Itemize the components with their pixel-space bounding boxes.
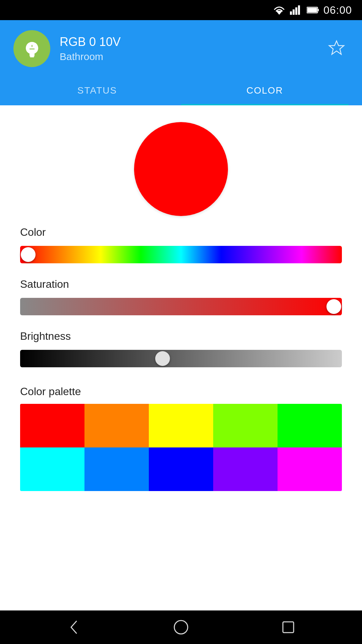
app-header: RGB 0 10V Bathroom STATUS COLOR xyxy=(0,20,362,105)
palette-cell[interactable] xyxy=(20,447,84,491)
home-icon xyxy=(172,619,190,636)
nav-bar xyxy=(0,610,362,644)
svg-rect-3 xyxy=(295,7,297,15)
hue-slider-track[interactable] xyxy=(20,246,342,263)
device-info: RGB 0 10V Bathroom xyxy=(60,35,121,62)
color-slider-label: Color xyxy=(20,226,342,238)
device-location: Bathroom xyxy=(60,51,121,62)
saturation-slider-label: Saturation xyxy=(20,278,342,290)
header-left: RGB 0 10V Bathroom xyxy=(13,30,121,67)
tab-status[interactable]: STATUS xyxy=(13,77,181,105)
brightness-slider-thumb[interactable] xyxy=(155,351,170,366)
back-icon xyxy=(65,619,82,636)
svg-rect-4 xyxy=(298,5,300,15)
palette-cell[interactable] xyxy=(278,404,342,447)
palette-cell[interactable] xyxy=(278,447,342,491)
svg-rect-15 xyxy=(283,622,294,633)
bulb-icon-circle xyxy=(13,30,50,67)
svg-rect-7 xyxy=(307,8,317,12)
palette-cell[interactable] xyxy=(213,447,278,491)
saturation-slider-track[interactable] xyxy=(20,298,342,315)
svg-marker-0 xyxy=(276,11,283,15)
palette-cell[interactable] xyxy=(20,404,84,447)
tabs: STATUS COLOR xyxy=(13,77,349,105)
color-palette-grid xyxy=(20,404,342,491)
svg-rect-10 xyxy=(30,56,34,57)
svg-rect-1 xyxy=(290,11,292,15)
star-icon xyxy=(328,40,345,57)
palette-cell[interactable] xyxy=(84,404,149,447)
saturation-slider-thumb[interactable] xyxy=(326,299,341,314)
status-time: 06:00 xyxy=(323,4,352,16)
palette-cell[interactable] xyxy=(149,447,213,491)
status-icons xyxy=(273,5,319,15)
bulb-icon xyxy=(21,38,43,60)
palette-cell[interactable] xyxy=(149,404,213,447)
palette-cell[interactable] xyxy=(213,404,278,447)
svg-rect-2 xyxy=(293,9,295,15)
color-preview-wrapper xyxy=(20,122,342,216)
palette-cell[interactable] xyxy=(84,447,149,491)
tab-color[interactable]: COLOR xyxy=(181,77,349,105)
color-slider-section: Color xyxy=(20,226,342,265)
color-slider-wrapper[interactable] xyxy=(20,245,342,265)
color-preview-circle xyxy=(134,122,228,216)
svg-rect-9 xyxy=(29,55,35,56)
signal-icon xyxy=(290,5,302,15)
palette-label: Color palette xyxy=(20,385,342,398)
back-button[interactable] xyxy=(60,614,87,641)
svg-rect-6 xyxy=(317,9,318,11)
wifi-icon xyxy=(273,5,285,15)
brightness-slider-label: Brightness xyxy=(20,330,342,342)
battery-icon xyxy=(307,5,319,15)
saturation-slider-section: Saturation xyxy=(20,278,342,317)
home-button[interactable] xyxy=(168,614,194,641)
main-content: Color Saturation Brightness Color palett… xyxy=(0,105,362,610)
brightness-slider-wrapper[interactable] xyxy=(20,348,342,369)
hue-slider-thumb[interactable] xyxy=(21,247,36,262)
status-bar: 06:00 xyxy=(0,0,362,20)
brightness-slider-section: Brightness xyxy=(20,330,342,369)
header-top: RGB 0 10V Bathroom xyxy=(13,30,349,67)
brightness-slider-track[interactable] xyxy=(20,350,342,367)
favorite-button[interactable] xyxy=(324,36,349,61)
recents-icon xyxy=(280,619,297,636)
device-name: RGB 0 10V xyxy=(60,35,121,49)
svg-point-14 xyxy=(174,621,188,634)
svg-marker-13 xyxy=(329,41,344,54)
recents-button[interactable] xyxy=(275,614,302,641)
saturation-slider-wrapper[interactable] xyxy=(20,297,342,317)
